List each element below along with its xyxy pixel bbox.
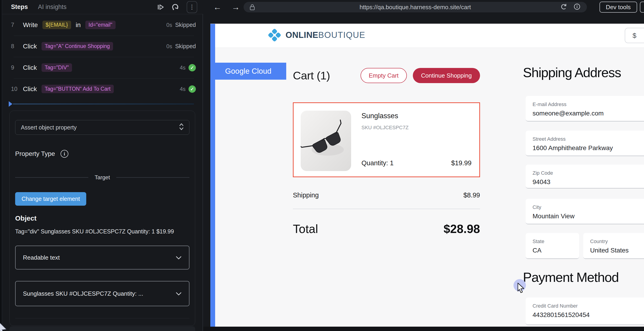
field-value: 94043 [532,178,644,186]
test-steps-panel: Steps AI insights ⋮ 7 Write ${EMAIL} in … [0,0,203,331]
step-row-10[interactable]: 10 Click Tag="BUTTON" Add To Cart 4s ✓ [0,78,203,100]
field-value: Mountain View [532,213,644,220]
step-duration: 4s [180,65,186,71]
readable-text-dropdown[interactable]: Readable text [15,246,190,269]
field-value: someone@example.com [532,110,644,117]
logo-text-bold: ONLINE [286,30,318,40]
field-label: City [532,204,644,210]
step-status: Skipped [175,22,196,28]
selector-chip: Id="email" [85,21,116,29]
product-quantity: Quantity: 1 [362,159,394,167]
city-field[interactable]: City Mountain View [526,199,644,224]
field-label: Street Address [532,136,644,142]
forward-button[interactable]: → [232,2,240,12]
shipping-value: $8.99 [463,191,480,199]
step-row-8[interactable]: 8 Click Tag="A" Continue Shopping 0s Ski… [0,36,203,57]
step-duration: 4s [180,86,186,92]
page-info-icon[interactable] [574,3,580,11]
browser-pane: ← → https://qa.boutique.harness-demo.sit… [203,0,644,331]
total-label: Total [293,222,318,236]
step-connector: in [76,21,81,29]
card-bottom-divider [15,318,190,318]
object-description: Tag="div" Sunglasses SKU #OLJCESPC7Z Qua… [15,227,176,235]
gcp-ribbon-strip [210,24,215,327]
site-viewport: ONLINEBOUTIQUE $ Google Cloud Cart (1) E… [210,24,644,327]
credit-card-number-field[interactable]: Credit Card Number 4432801561520454 [526,297,644,325]
assertion-type-select[interactable]: Assert object property [15,120,190,135]
info-icon[interactable]: i [60,150,68,158]
target-label: Target [95,174,110,181]
step-status: Skipped [175,43,196,50]
field-value: CA [532,247,572,254]
object-heading: Object [15,214,190,222]
summary-divider [293,209,480,209]
zip-code-field[interactable]: Zip Code 94043 [526,165,644,188]
chevron-down-icon [176,254,182,261]
site-header: ONLINEBOUTIQUE $ [210,24,644,48]
field-label: Country [590,238,644,244]
step-number: 8 [11,43,18,50]
app-window: Steps AI insights ⋮ 7 Write ${EMAIL} in … [0,0,644,331]
continue-shopping-button[interactable]: Continue Shopping [413,68,480,83]
url-text[interactable]: https://qa.boutique.harness-demo.site/ca… [244,2,587,13]
product-price: $19.99 [451,159,472,167]
state-field[interactable]: State CA [526,233,579,259]
step-duration: 0s [166,22,172,28]
selector-chip: Tag="A" Continue Shopping [42,42,113,51]
change-target-button[interactable]: Change target element [15,192,86,206]
step-action: Click [23,85,37,93]
step-passed-check-icon: ✓ [188,64,196,71]
cart-section: Cart (1) Empty Cart Continue Shopping [293,68,480,236]
back-button[interactable]: ← [213,2,222,12]
street-address-field[interactable]: Street Address 1600 Amphitheatre Parkway [526,131,644,156]
resume-run-icon[interactable] [157,4,164,11]
devtools-button[interactable]: Dev tools [600,2,637,13]
step-row-7[interactable]: 7 Write ${EMAIL} in Id="email" 0s Skippe… [0,14,203,36]
boutique-logo-icon [267,28,282,43]
email-field[interactable]: E-mail Address someone@example.com [526,96,644,121]
step-action: Write [23,21,38,29]
product-sku: SKU #OLJCESPC7Z [362,125,408,131]
field-label: Credit Card Number [532,303,644,309]
expected-value-dropdown[interactable]: Sunglasses SKU #OLJCESPC7Z Quantity: ... [15,281,190,306]
empty-cart-button[interactable]: Empty Cart [360,68,407,83]
field-label: E-mail Address [532,102,644,107]
product-image-sunglasses [301,111,351,171]
chevron-down-icon [176,290,182,297]
google-cloud-ribbon: Google Cloud [210,63,286,80]
currency-selector[interactable]: $ [625,28,644,43]
step-number: 9 [11,64,18,71]
selector-chip: Tag="DIV" [42,63,72,72]
cart-item-card-highlighted[interactable]: Sunglasses SKU #OLJCESPC7Z Quantity: 1 $… [293,102,480,177]
total-value: $28.98 [444,222,480,236]
address-bar[interactable]: https://qa.boutique.harness-demo.site/ca… [244,2,587,13]
field-value: 1600 Amphitheatre Parkway [532,144,644,152]
step-number: 10 [11,86,18,92]
tab-ai-insights[interactable]: AI insights [38,4,67,11]
secondary-cursor-icon [0,320,10,331]
partial-toolbar-button[interactable] [640,2,644,13]
assertion-editor-card: Assert object property Property Type i T… [10,111,195,326]
playhead-icon[interactable] [9,101,12,107]
progress-line [13,104,194,104]
expected-value-text: Sunglasses SKU #OLJCESPC7Z Quantity: ... [23,290,143,297]
step-duration: 0s [166,43,172,50]
step-action: Click [23,43,37,50]
tab-steps[interactable]: Steps [11,4,28,11]
step-row-9[interactable]: 9 Click Tag="DIV" 4s ✓ [0,57,203,78]
refresh-icon[interactable] [560,3,567,11]
field-value: 4432801561520454 [532,311,644,318]
mouse-cursor-icon [517,282,526,294]
property-type-label: Property Type [15,150,55,157]
rerun-icon[interactable] [172,3,179,11]
panel-footer-strip [10,326,195,331]
steps-list: 7 Write ${EMAIL} in Id="email" 0s Skippe… [0,14,203,100]
online-boutique-logo[interactable]: ONLINEBOUTIQUE [267,28,365,43]
shipping-label: Shipping [293,191,319,199]
country-field[interactable]: Country United States [583,233,644,259]
product-name: Sunglasses [362,112,398,120]
assertion-type-value: Assert object property [21,124,76,131]
select-updown-icon [179,123,184,132]
selector-chip: Tag="BUTTON" Add To Cart [42,85,114,93]
kebab-menu-icon[interactable]: ⋮ [187,1,197,13]
